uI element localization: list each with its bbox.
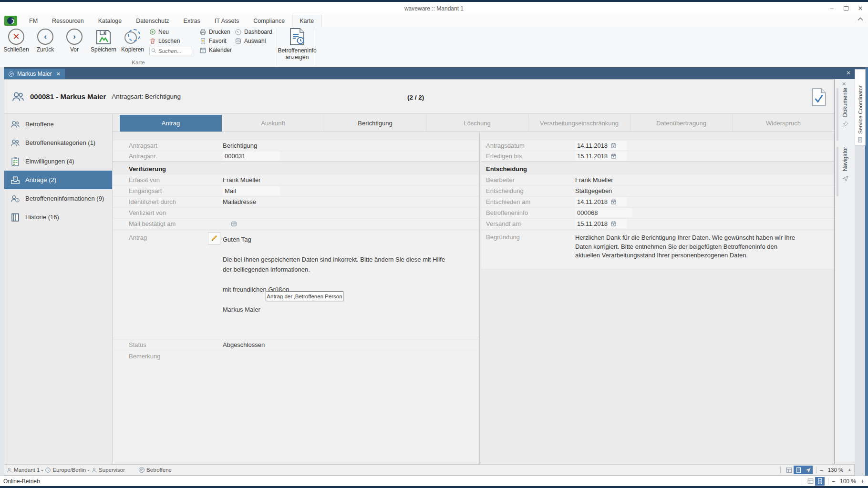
tab-datenuebertragung[interactable]: Datenübertragung xyxy=(630,115,732,132)
document-clock-icon xyxy=(289,28,305,46)
ribbon: ✕ Schließen ‹ Zurück › Vor Speichern Kop… xyxy=(0,27,868,67)
menu-tab-it-assets[interactable]: IT Assets xyxy=(207,15,246,27)
calendar-icon[interactable] xyxy=(610,153,617,159)
sidebar-item-betroffeneninformationen[interactable]: Betroffeneninformationen (9) xyxy=(4,189,112,208)
zoom-out-button[interactable]: – xyxy=(832,478,835,485)
menu-tab-compliance[interactable]: Compliance xyxy=(246,15,292,27)
date-field[interactable]: 14.11.2018 xyxy=(575,197,627,206)
view-table-button[interactable] xyxy=(784,466,794,474)
app-logo-icon[interactable] xyxy=(4,16,17,26)
dashboard-button[interactable]: Dashboard xyxy=(235,28,272,36)
person-icon xyxy=(91,467,97,473)
maximize-button[interactable] xyxy=(842,5,850,12)
close-card-button[interactable]: ✕ Schließen xyxy=(2,29,30,53)
zoom-level: 130 % xyxy=(828,467,844,473)
app-zoom-control: – 100 % + xyxy=(832,478,864,485)
window-left-gutter xyxy=(0,67,4,476)
statusbar-timezone: Europe/Berlin - xyxy=(45,467,89,473)
panel-tab-navigator[interactable]: Navigator xyxy=(837,147,853,196)
document-check-icon[interactable] xyxy=(811,88,827,107)
clipboard-check-icon xyxy=(10,156,21,167)
sidebar-item-historie[interactable]: Historie (16) xyxy=(4,208,112,226)
document-tabbar: Markus Maier ✕ xyxy=(0,67,865,79)
zoom-in-button[interactable]: + xyxy=(861,478,864,485)
date-field[interactable]: 15.11.2018 xyxy=(575,152,627,161)
menu-tab-fm[interactable]: FM xyxy=(22,15,45,27)
zoom-out-button[interactable]: – xyxy=(820,467,823,473)
person-icon xyxy=(6,467,12,473)
statusbar-mandant: Mandant 1 - xyxy=(6,467,43,473)
tab-widerspruch[interactable]: Widerspruch xyxy=(732,115,834,132)
show-betroffeneninfo-button[interactable]: Betroffeneninfo anzeigen xyxy=(279,28,315,66)
field-value[interactable]: Berichtigung xyxy=(223,142,257,149)
panel-close-icon[interactable]: ✕ xyxy=(842,81,846,87)
menu-tab-kataloge[interactable]: Kataloge xyxy=(91,15,129,27)
begruendung-text[interactable]: Herzlichen Dank für die Berichtigung Ihr… xyxy=(575,234,795,260)
ribbon-menubar: FM Ressourcen Kataloge Datenschutz Extra… xyxy=(0,15,868,27)
print-button[interactable]: Drucken xyxy=(199,28,232,36)
panel-tab-service-coordinator[interactable]: Service Coordinator xyxy=(855,69,866,145)
menu-tab-datenschutz[interactable]: Datenschutz xyxy=(129,15,176,27)
calendar-icon[interactable] xyxy=(610,221,617,227)
field-value[interactable]: 000031 xyxy=(223,152,280,161)
calendar-icon[interactable] xyxy=(231,221,237,227)
sidebar-item-betroffene[interactable]: Betroffene xyxy=(4,115,112,133)
zoom-in-button[interactable]: + xyxy=(848,467,851,473)
antrag-text[interactable]: Guten Tag Die bei Ihnen gespeicherten Da… xyxy=(223,234,445,315)
view-card-button[interactable] xyxy=(794,466,803,474)
delete-button[interactable]: Löschen xyxy=(149,37,192,45)
zoom-level: 100 % xyxy=(840,478,856,485)
menu-tab-extras[interactable]: Extras xyxy=(176,15,207,27)
calendar-icon[interactable] xyxy=(610,199,617,205)
tab-auskunft[interactable]: Auskunft xyxy=(222,115,324,132)
field-value[interactable]: Mailadresse xyxy=(223,198,256,205)
forward-button[interactable]: › Vor xyxy=(61,29,88,53)
close-tab-icon[interactable]: ✕ xyxy=(56,71,61,77)
history-icon xyxy=(10,212,21,223)
tab-verarbeitungseinschraenkung[interactable]: Verarbeitungseinschränkung xyxy=(528,115,630,132)
favorite-button[interactable]: Favorit xyxy=(199,37,232,45)
date-field[interactable]: 14.11.2018 xyxy=(575,141,627,150)
sidebar-item-einwilligungen[interactable]: Einwilligungen (4) xyxy=(4,152,112,171)
tab-antrag[interactable]: Antrag xyxy=(120,115,222,132)
calendar-button[interactable]: Kalender xyxy=(199,46,232,54)
field-value[interactable]: Mail xyxy=(223,186,280,195)
copy-icon xyxy=(124,29,141,46)
tab-berichtigung[interactable]: Berichtigung xyxy=(324,115,426,132)
date-field[interactable]: 15.11.2018 xyxy=(575,219,627,228)
field-value[interactable]: Stattgegeben xyxy=(575,187,612,194)
close-button[interactable]: ✕ xyxy=(857,5,864,12)
back-button[interactable]: ‹ Zurück xyxy=(31,29,59,53)
menu-tab-karte[interactable]: Karte xyxy=(292,15,321,27)
view-navigator-button[interactable] xyxy=(803,466,813,474)
field-value[interactable]: Abgeschlossen xyxy=(223,341,265,348)
copy-button[interactable]: Kopieren xyxy=(119,29,146,53)
tab-loeschung[interactable]: Löschung xyxy=(426,115,528,132)
menu-tab-ressourcen[interactable]: Ressourcen xyxy=(45,15,91,27)
collapse-ribbon-icon[interactable] xyxy=(858,17,863,21)
panel-tab-dokumente[interactable]: Dokumente xyxy=(837,88,853,141)
new-button[interactable]: Neu xyxy=(149,28,192,36)
field-begruendung: Begründung Herzlichen Dank für die Beric… xyxy=(481,231,834,269)
save-button[interactable]: Speichern xyxy=(90,29,117,53)
field-value[interactable]: 000068 xyxy=(575,208,632,217)
document-tab-markus-maier[interactable]: Markus Maier ✕ xyxy=(4,69,65,79)
pencil-icon xyxy=(210,234,218,242)
edit-button[interactable] xyxy=(208,232,220,244)
field-verifiziert-von: Verifiziert von xyxy=(113,208,478,218)
field-value[interactable]: Frank Mueller xyxy=(575,176,613,183)
card-header: 000081 - Markus Maier Antragsart: Berich… xyxy=(4,80,834,114)
field-versandt-am: Versandt am 15.11.2018 xyxy=(481,219,834,229)
field-value[interactable]: Frank Mueller xyxy=(223,176,260,183)
selection-button[interactable]: Auswahl xyxy=(235,37,272,45)
database-icon xyxy=(235,38,242,45)
titlebar: waveware :: Mandant 1 – ✕ xyxy=(0,2,868,15)
minimize-button[interactable]: – xyxy=(828,5,836,12)
service-coordinator-icon xyxy=(857,137,863,143)
view-favorites-button[interactable] xyxy=(815,477,825,486)
sidebar-item-antraege[interactable]: Anträge (2) xyxy=(4,171,112,189)
view-table-button[interactable] xyxy=(806,477,815,486)
sidebar-item-betroffenenkategorien[interactable]: Betroffenenkategorien (1) xyxy=(4,133,112,152)
calendar-icon[interactable] xyxy=(610,142,617,149)
dock-close-icon[interactable]: ✕ xyxy=(846,70,851,76)
